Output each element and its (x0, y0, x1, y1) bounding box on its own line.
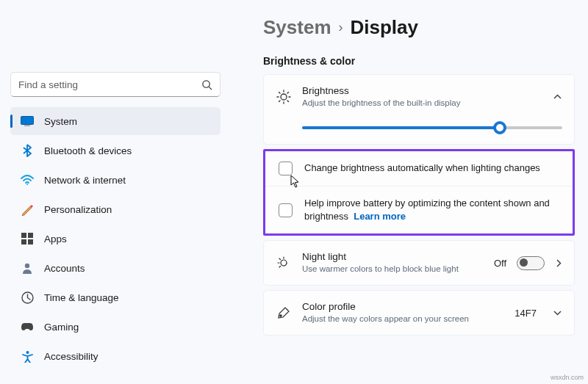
sidebar-item-accessibility[interactable]: Accessibility (10, 342, 220, 370)
breadcrumb-parent[interactable]: System (263, 16, 331, 39)
svg-point-11 (26, 351, 29, 354)
svg-rect-6 (28, 233, 33, 238)
auto-brightness-label: Change brightness automatically when lig… (304, 162, 540, 175)
svg-line-17 (279, 93, 281, 94)
bluetooth-icon (21, 144, 34, 157)
sidebar-item-label: System (44, 116, 77, 127)
night-light-state: Off (494, 258, 506, 269)
sidebar-item-time-language[interactable]: Time & language (10, 283, 220, 311)
svg-line-24 (279, 258, 281, 260)
brightness-header-row[interactable]: Brightness Adjust the brightness of the … (264, 75, 574, 119)
slider-thumb[interactable] (493, 121, 506, 134)
search-input-wrapper[interactable] (10, 72, 220, 97)
svg-line-25 (279, 267, 281, 268)
sidebar-item-gaming[interactable]: Gaming (10, 313, 220, 341)
brightness-card: Brightness Adjust the brightness of the … (263, 74, 575, 145)
chevron-down-icon[interactable] (553, 309, 562, 316)
network-icon (21, 173, 34, 186)
sidebar-item-network[interactable]: Network & internet (10, 166, 220, 194)
svg-point-26 (280, 315, 282, 316)
svg-line-20 (287, 93, 289, 94)
personalization-icon (21, 203, 34, 216)
color-profile-card[interactable]: Color profile Adjust the way colors appe… (263, 290, 575, 336)
svg-point-9 (25, 264, 29, 268)
sidebar-item-system[interactable]: System (10, 107, 220, 135)
brightness-options-card: Change brightness automatically when lig… (263, 149, 575, 236)
brightness-slider[interactable] (302, 126, 562, 129)
sidebar-item-label: Gaming (44, 322, 79, 333)
auto-brightness-checkbox[interactable] (279, 162, 293, 175)
svg-rect-8 (28, 239, 33, 244)
svg-rect-2 (21, 117, 34, 125)
chevron-up-icon[interactable] (553, 93, 562, 101)
battery-optimize-label: Help improve battery by optimizing the c… (304, 198, 550, 222)
chevron-right-icon[interactable] (555, 258, 562, 268)
settings-sidebar: System Bluetooth & devices Network & int… (0, 0, 228, 384)
settings-nav: System Bluetooth & devices Network & int… (10, 107, 220, 370)
sidebar-item-label: Time & language (44, 292, 119, 303)
system-icon (21, 115, 34, 128)
watermark: wsxdn.com (551, 374, 584, 381)
brightness-icon (276, 89, 292, 105)
night-light-icon (276, 255, 292, 271)
color-profile-icon (276, 305, 292, 321)
battery-optimize-checkbox[interactable] (279, 203, 293, 217)
svg-rect-5 (21, 233, 26, 238)
sidebar-item-label: Accessibility (44, 351, 98, 362)
svg-point-12 (281, 94, 287, 100)
breadcrumb: System › Display (263, 16, 575, 39)
sidebar-item-accounts[interactable]: Accounts (10, 254, 220, 282)
breadcrumb-current: Display (351, 16, 419, 39)
sidebar-item-bluetooth[interactable]: Bluetooth & devices (10, 137, 220, 164)
accessibility-icon (21, 349, 34, 363)
svg-point-0 (203, 80, 209, 87)
svg-line-19 (279, 101, 281, 102)
sidebar-item-personalization[interactable]: Personalization (10, 195, 220, 223)
night-light-title: Night light (302, 251, 484, 262)
color-profile-title: Color profile (302, 301, 504, 312)
apps-icon (21, 232, 34, 245)
learn-more-link[interactable]: Learn more (354, 211, 406, 222)
chevron-right-icon: › (339, 20, 343, 35)
search-icon (201, 79, 212, 90)
night-light-subtitle: Use warmer colors to help block blue lig… (302, 264, 484, 275)
night-light-card[interactable]: Night light Use warmer colors to help bl… (263, 240, 575, 286)
svg-line-1 (209, 87, 212, 90)
brightness-title: Brightness (302, 85, 542, 96)
sidebar-item-label: Apps (44, 233, 67, 244)
brightness-subtitle: Adjust the brightness of the built-in di… (302, 98, 542, 109)
svg-rect-7 (21, 239, 26, 244)
sidebar-item-label: Personalization (44, 204, 112, 215)
section-title: Brightness & color (263, 55, 575, 67)
sidebar-item-label: Accounts (44, 263, 85, 274)
time-language-icon (21, 291, 34, 304)
main-content: System › Display Brightness & color Brig… (228, 0, 588, 384)
color-profile-value: 14F7 (514, 308, 537, 319)
sidebar-item-apps[interactable]: Apps (10, 225, 220, 253)
search-input[interactable] (18, 79, 201, 90)
accounts-icon (21, 261, 34, 275)
svg-point-4 (26, 184, 28, 185)
svg-line-27 (287, 309, 287, 310)
gaming-icon (21, 320, 34, 333)
auto-brightness-row[interactable]: Change brightness automatically when lig… (265, 151, 573, 186)
color-profile-subtitle: Adjust the way colors appear on your scr… (302, 314, 504, 325)
sidebar-item-label: Network & internet (44, 175, 126, 186)
sidebar-item-label: Bluetooth & devices (44, 145, 132, 156)
battery-optimize-row[interactable]: Help improve battery by optimizing the c… (265, 186, 573, 233)
svg-line-18 (287, 101, 289, 102)
svg-rect-3 (24, 126, 30, 126)
night-light-toggle[interactable] (517, 256, 545, 270)
